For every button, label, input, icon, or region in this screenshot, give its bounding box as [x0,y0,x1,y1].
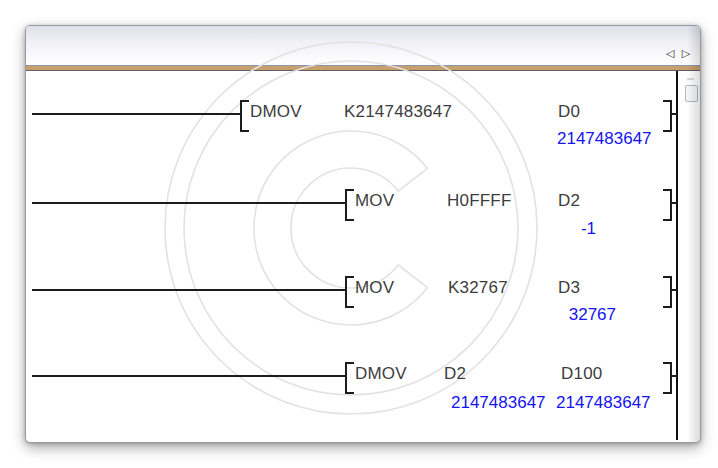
operand-source[interactable]: H0FFFF [447,192,511,209]
scrollbar-up-tick [687,78,694,80]
rung-line [670,113,677,115]
monitor-value: 2147483647 [556,394,646,411]
rung-line [32,289,345,291]
instruction-open-bracket [345,362,354,394]
rung-line [670,375,677,377]
operand-dest[interactable]: D2 [558,192,580,209]
rung-line [670,289,677,291]
operand-dest[interactable]: D0 [558,103,580,120]
monitor-value: -1 [546,220,596,237]
screenshot-stage: ◁ ▷ DMOV K2147483647 D0 2147483647 [0,0,718,468]
operand-source[interactable]: K32767 [448,279,508,296]
instruction-open-bracket [345,189,354,221]
operand-dest[interactable]: D3 [558,279,580,296]
instruction-close-bracket [663,362,672,394]
instruction-mnemonic[interactable]: DMOV [355,365,407,382]
monitor-value: 2147483647 [557,130,647,147]
rung-line [670,202,677,204]
ladder-editor[interactable]: DMOV K2147483647 D0 2147483647 MOV H0FFF… [26,26,700,442]
instruction-open-bracket [240,100,249,132]
monitor-value: 2147483647 [451,394,541,411]
instruction-mnemonic[interactable]: DMOV [250,103,302,120]
instruction-mnemonic[interactable]: MOV [355,279,394,296]
rung-line [32,202,345,204]
operand-source[interactable]: K2147483647 [344,103,452,120]
rung-line [32,375,345,377]
instruction-mnemonic[interactable]: MOV [355,192,394,209]
scrollbar-thumb[interactable] [685,85,698,102]
operand-dest[interactable]: D100 [561,365,602,382]
operand-source[interactable]: D2 [444,365,466,382]
instruction-close-bracket [663,189,672,221]
instruction-open-bracket [345,276,354,308]
rung-line [32,113,240,115]
ladder-editor-window: ◁ ▷ DMOV K2147483647 D0 2147483647 [25,25,701,443]
right-power-rail [676,71,678,440]
instruction-close-bracket [663,276,672,308]
monitor-value: 32767 [566,306,616,323]
instruction-close-bracket [663,100,672,132]
